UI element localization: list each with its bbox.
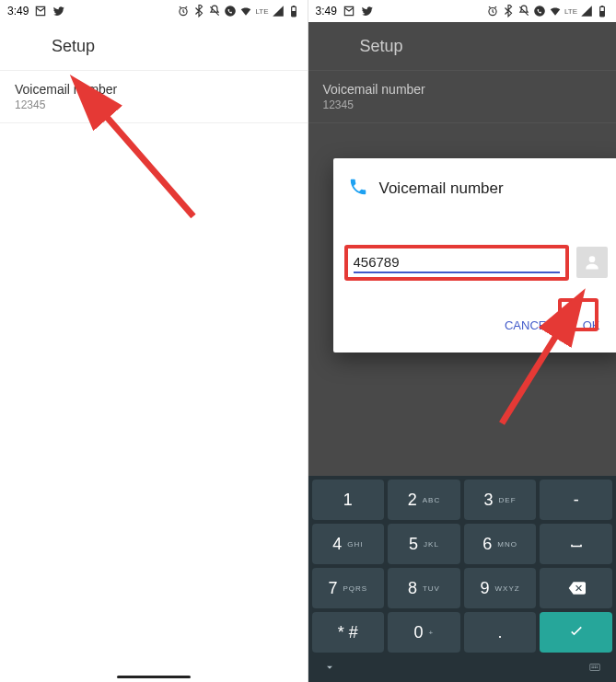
svg-point-15 [593,665,594,666]
gmail-icon [34,5,47,17]
voicemail-value: 12345 [15,98,293,111]
voicemail-label: Voicemail number [15,82,293,97]
key-3[interactable]: 3DEF [464,480,537,520]
key-6[interactable]: 6MNO [464,524,537,564]
key-[interactable]: - [540,480,612,520]
status-bar: 3:49 LTE [0,0,308,22]
lte-label: LTE [255,7,268,16]
key-5[interactable]: 5JKL [388,524,460,564]
lte-label: LTE [564,7,577,16]
keypad-collapse-icon[interactable] [323,661,336,677]
svg-line-5 [99,109,193,216]
phone-icon [348,177,368,201]
svg-rect-3 [291,11,296,17]
voicemail-row[interactable]: Voicemail number 12345 [0,71,308,123]
dialog-title: Voicemail number [379,179,504,198]
status-bar: 3:49 LTE [308,0,617,22]
key-2[interactable]: 2ABC [388,480,460,520]
svg-point-16 [595,665,596,666]
key-7[interactable]: 7PQRS [312,568,385,608]
key-space[interactable] [540,524,612,564]
keypad-switch-icon[interactable] [588,661,601,677]
bluetooth-icon [192,5,205,17]
cancel-button[interactable]: CANCEL [501,313,557,338]
signal-icon [272,5,285,17]
svg-point-14 [592,665,593,666]
gmail-icon [343,5,355,17]
contacts-button[interactable] [576,247,608,278]
wifi-call-icon [224,5,237,17]
key-[interactable]: . [464,612,537,653]
phone-right: 3:49 LTE Setup Voicemail number 12 [308,0,617,682]
key-0[interactable]: 0+ [388,612,460,653]
app-bar: Setup [308,22,617,71]
alarm-icon [486,5,499,17]
svg-point-18 [592,667,593,668]
alarm-icon [177,5,190,17]
voicemail-row: Voicemail number 12345 [308,71,617,123]
key-8[interactable]: 8TUV [388,568,460,608]
voicemail-label: Voicemail number [323,82,602,97]
svg-point-21 [597,667,598,668]
dnd-icon [517,5,530,17]
app-bar: Setup [0,22,308,71]
twitter-icon [361,5,374,17]
svg-point-17 [597,665,598,666]
battery-icon [287,5,300,17]
twitter-icon [52,5,65,17]
wifi-icon [239,5,252,17]
svg-point-19 [593,667,594,668]
status-time: 3:49 [7,5,29,17]
numeric-keypad: 12ABC3DEF-4GHI5JKL6MNO7PQRS8TUV9WXYZ* #0… [308,476,617,682]
page-title: Setup [360,37,403,56]
svg-rect-9 [600,11,605,17]
bluetooth-icon [502,5,515,17]
svg-rect-4 [292,6,294,6]
page-title: Setup [52,37,95,56]
svg-point-11 [588,256,595,262]
nav-handle[interactable] [117,676,191,678]
status-time: 3:49 [316,5,337,17]
svg-rect-13 [590,665,600,671]
battery-icon [596,5,609,17]
key-backspace[interactable] [540,568,612,608]
signal-icon [580,5,593,17]
key-9[interactable]: 9WXYZ [464,568,537,608]
voicemail-input[interactable] [354,252,560,273]
voicemail-dialog: Voicemail number CANCEL OK [333,158,617,353]
svg-point-20 [595,667,596,668]
key-1[interactable]: 1 [312,480,385,520]
key-check[interactable] [540,612,612,653]
phone-left: 3:49 LTE Setup Voicemail number 12345 [0,0,308,682]
key-4[interactable]: 4GHI [312,524,385,564]
voicemail-value: 12345 [323,98,602,111]
svg-point-7 [534,6,545,17]
svg-point-1 [226,6,237,17]
key-[interactable]: * # [312,612,385,653]
dnd-icon [208,5,221,17]
wifi-icon [549,5,562,17]
wifi-call-icon [533,5,546,17]
svg-rect-10 [601,6,603,6]
ok-button[interactable]: OK [579,313,604,338]
